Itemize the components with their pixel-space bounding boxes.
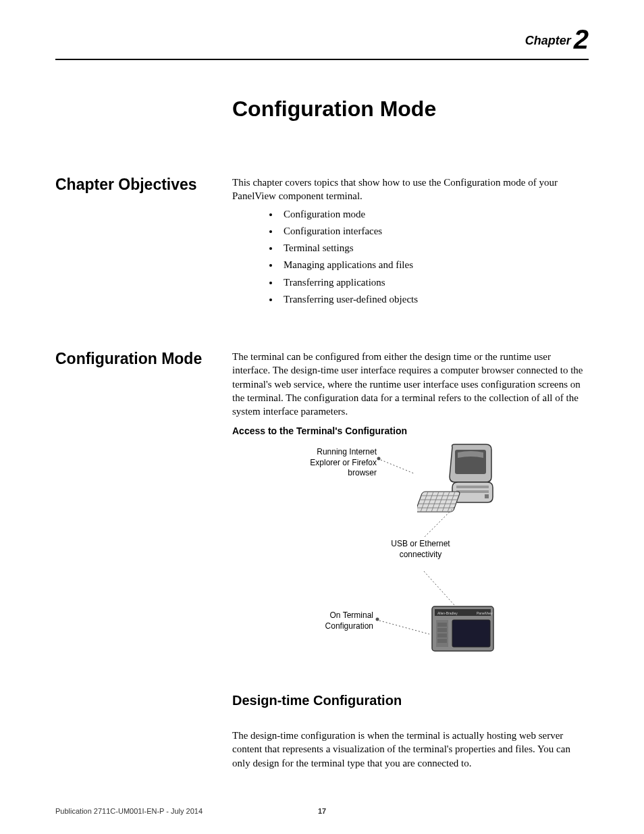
design-time-paragraph: The design-time configuration is when th…	[232, 729, 589, 770]
svg-rect-29	[437, 633, 447, 637]
list-item: Managing applications and files	[279, 258, 589, 271]
diagram-label-terminal: On Terminal Configuration	[309, 610, 373, 631]
svg-point-15	[377, 457, 381, 461]
page: Chapter2 Configuration Mode Chapter Obje…	[0, 0, 644, 834]
publication-id: Publication 2711C-UM001I-EN-P - July 201…	[55, 807, 203, 815]
section-objectives: Chapter Objectives This chapter covers t…	[55, 176, 589, 309]
svg-text:Allen-Bradley: Allen-Bradley	[437, 611, 458, 615]
section-config-mode: Configuration Mode The terminal can be c…	[55, 350, 589, 673]
page-footer: Publication 2711C-UM001I-EN-P - July 201…	[55, 807, 589, 815]
svg-rect-2	[456, 490, 489, 493]
svg-rect-1	[456, 486, 489, 488]
diagram-label-browser: Running Internet Explorer or Firefox bro…	[296, 447, 377, 479]
dotted-leader-icon	[377, 457, 417, 477]
svg-rect-27	[437, 623, 447, 627]
computer-icon	[417, 443, 498, 517]
page-title: Configuration Mode	[232, 97, 589, 122]
section-heading-config: Configuration Mode	[55, 350, 232, 369]
chapter-number: 2	[574, 24, 589, 54]
svg-point-19	[376, 618, 379, 621]
list-item: Terminal settings	[279, 241, 589, 255]
section-heading-objectives: Chapter Objectives	[55, 176, 232, 194]
svg-line-18	[424, 571, 454, 605]
objectives-intro: This chapter covers topics that show how…	[232, 176, 589, 203]
terminal-icon: Allen-Bradley PanelView	[431, 605, 495, 652]
svg-line-16	[381, 460, 414, 473]
section-body-objectives: This chapter covers topics that show how…	[232, 176, 589, 309]
diagram-title: Access to the Terminal's Configuration	[232, 425, 589, 438]
list-item: Transferring applications	[279, 276, 589, 289]
subsection-heading-design-time: Design-time Configuration	[232, 693, 589, 708]
header-rule	[55, 59, 589, 60]
chapter-header: Chapter2	[55, 24, 589, 55]
svg-rect-3	[485, 494, 489, 498]
objectives-list: Configuration mode Configuration interfa…	[232, 207, 589, 307]
svg-rect-28	[437, 628, 447, 632]
svg-rect-30	[437, 639, 447, 643]
svg-line-20	[379, 621, 429, 634]
dotted-leader-icon	[375, 617, 433, 637]
access-diagram: Running Internet Explorer or Firefox bro…	[296, 443, 525, 673]
config-paragraph: The terminal can be configured from eith…	[232, 350, 589, 418]
page-number: 17	[318, 807, 326, 815]
connection-line-icon	[417, 507, 471, 608]
svg-line-17	[424, 507, 454, 538]
chapter-label: Chapter	[525, 34, 571, 47]
svg-rect-25	[452, 620, 490, 647]
svg-text:PanelView: PanelView	[477, 611, 493, 615]
list-item: Configuration interfaces	[279, 224, 589, 238]
section-body-config: The terminal can be configured from eith…	[232, 350, 589, 673]
list-item: Configuration mode	[279, 207, 589, 221]
list-item: Transferring user-defined objects	[279, 292, 589, 306]
